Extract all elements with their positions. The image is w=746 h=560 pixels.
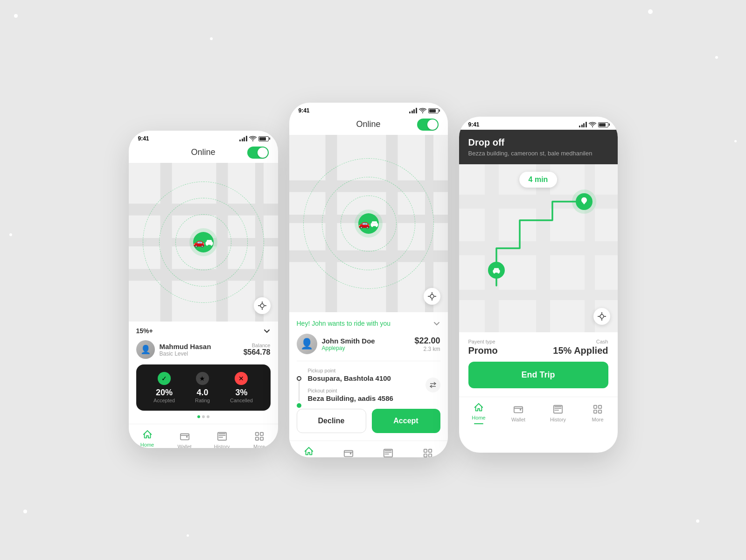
swap-button[interactable] bbox=[425, 378, 440, 392]
pickup-dot bbox=[297, 376, 301, 381]
payment-type-value: Promo bbox=[468, 345, 498, 356]
accept-button[interactable]: Accept bbox=[372, 409, 440, 433]
cancelled-label: Cancelled bbox=[230, 398, 253, 403]
pickup-section: Pickup point Bosupara, Bashtola 4100 bbox=[308, 368, 440, 382]
passenger-name: John Smith Doe bbox=[322, 337, 375, 345]
accepted-label: Accepted bbox=[153, 398, 175, 403]
svg-rect-37 bbox=[429, 449, 432, 452]
passenger-info: 👤 John Smith Doe Applepay bbox=[297, 334, 375, 354]
ride-request-panel: Hey! John wants to ride with you 👤 John … bbox=[289, 312, 448, 441]
nav-home-center[interactable]: Home bbox=[289, 446, 329, 457]
home-icon-right bbox=[473, 402, 484, 413]
phone-right: 9:41 Drop off Bezza building, cameroon s… bbox=[459, 117, 618, 453]
nav-home-left[interactable]: Home bbox=[129, 429, 166, 448]
status-icons-center bbox=[409, 108, 439, 113]
rating-value: 4.0 bbox=[195, 388, 210, 398]
nav-wallet-right[interactable]: Wallet bbox=[499, 404, 538, 422]
destination-pin bbox=[576, 193, 593, 210]
toggle-online-center[interactable] bbox=[417, 119, 439, 131]
driver-details: 👤 Mahmud Hasan Basic Level bbox=[136, 340, 211, 359]
wallet-icon-right bbox=[513, 404, 524, 415]
online-label-left: Online bbox=[191, 147, 215, 157]
battery-icon-left bbox=[258, 136, 269, 141]
svg-rect-57 bbox=[594, 406, 597, 408]
dot-active bbox=[197, 415, 200, 418]
dropoff-section: Pickout point Beza Building, aadis 4586 bbox=[308, 388, 440, 402]
dropoff-dot bbox=[297, 403, 301, 408]
crosshair-btn-center[interactable] bbox=[424, 288, 440, 305]
nav-home-right[interactable]: Home bbox=[459, 402, 499, 424]
dropoff-title: Drop off bbox=[468, 137, 608, 148]
promo-value: 15% Applied bbox=[553, 345, 608, 356]
chevron-down-icon-center bbox=[433, 320, 440, 327]
battery-icon-right bbox=[598, 122, 608, 127]
nav-wallet-left[interactable]: Wallet bbox=[166, 431, 203, 448]
history-label-right: History bbox=[550, 417, 566, 422]
history-icon-right bbox=[552, 404, 564, 415]
phone-header-left: Online bbox=[129, 144, 278, 163]
nav-more-right[interactable]: More bbox=[578, 404, 618, 422]
signal-icon-right bbox=[579, 122, 587, 127]
nav-more-left[interactable]: More bbox=[241, 431, 278, 448]
stats-card: ✓ 20% Accepted ★ 4.0 Rating ✕ 3% Cancell… bbox=[136, 364, 271, 411]
map-area-right: 4 min bbox=[459, 164, 618, 332]
signal-icon-left bbox=[239, 136, 247, 141]
nav-wallet-center[interactable]: Wallet bbox=[329, 448, 369, 457]
svg-point-7 bbox=[206, 244, 208, 246]
dropoff-address: Bezza building, cameroon st, bale medhan… bbox=[468, 150, 608, 157]
crosshair-btn-right[interactable] bbox=[593, 308, 610, 325]
wifi-icon-center bbox=[419, 108, 426, 113]
bottom-nav-right: Home Wallet bbox=[459, 397, 618, 432]
cancelled-value: 3% bbox=[230, 388, 253, 398]
bottom-panel-left: 15%+ 👤 Mahmud Hasan Basic Level Balanc bbox=[129, 322, 278, 424]
svg-rect-58 bbox=[599, 406, 601, 408]
surge-bar[interactable]: 15%+ bbox=[136, 327, 271, 335]
nav-more-center[interactable]: More bbox=[408, 448, 448, 457]
wifi-icon-right bbox=[589, 122, 596, 127]
car-icon-left bbox=[193, 232, 214, 252]
wallet-icon-center bbox=[343, 448, 354, 457]
passenger-row: 👤 John Smith Doe Applepay $22.00 2.3 km bbox=[297, 334, 440, 361]
phones-container: 9:41 Online bbox=[129, 103, 618, 457]
svg-point-28 bbox=[376, 225, 377, 227]
accepted-value: 20% bbox=[153, 388, 175, 398]
car-icon-center bbox=[358, 213, 379, 234]
svg-rect-34 bbox=[344, 451, 353, 457]
decline-button[interactable]: Decline bbox=[297, 409, 366, 433]
online-label-center: Online bbox=[356, 119, 380, 129]
svg-point-49 bbox=[497, 272, 499, 273]
wifi-icon-left bbox=[249, 136, 257, 141]
svg-rect-39 bbox=[429, 454, 432, 457]
passenger-text: John Smith Doe Applepay bbox=[322, 337, 375, 351]
more-icon-right bbox=[592, 404, 603, 415]
balance-amount: $564.78 bbox=[244, 348, 271, 357]
driver-info: 👤 Mahmud Hasan Basic Level Balance $564.… bbox=[136, 340, 271, 359]
svg-rect-18 bbox=[255, 437, 258, 440]
history-icon-left bbox=[216, 431, 228, 442]
passenger-avatar: 👤 bbox=[297, 334, 317, 354]
ride-request-title: Hey! John wants to ride with you bbox=[297, 320, 391, 327]
phone-left: 9:41 Online bbox=[129, 131, 278, 448]
svg-point-8 bbox=[210, 244, 212, 246]
nav-history-center[interactable]: History bbox=[369, 448, 408, 457]
crosshair-btn-left[interactable] bbox=[254, 297, 271, 314]
toggle-online-left[interactable] bbox=[247, 147, 269, 159]
eta-label: 4 min bbox=[529, 175, 548, 183]
wallet-label-left: Wallet bbox=[177, 444, 191, 448]
phone-header-center: Online bbox=[289, 116, 448, 135]
status-bar-center: 9:41 bbox=[289, 103, 448, 116]
end-trip-button[interactable]: End Trip bbox=[468, 362, 608, 388]
action-buttons: Decline Accept bbox=[297, 409, 440, 433]
nav-history-right[interactable]: History bbox=[538, 404, 578, 422]
dropoff-label: Pickout point bbox=[308, 388, 440, 393]
passenger-payment: Applepay bbox=[322, 345, 375, 351]
status-bar-left: 9:41 bbox=[129, 131, 278, 144]
nav-underline-right bbox=[474, 423, 483, 424]
route-line bbox=[299, 381, 300, 401]
more-label-right: More bbox=[592, 417, 603, 422]
home-label-left: Home bbox=[140, 442, 154, 448]
star-icon: ★ bbox=[196, 372, 209, 385]
nav-history-left[interactable]: History bbox=[203, 431, 241, 448]
rating-label: Rating bbox=[195, 398, 210, 403]
wallet-label-right: Wallet bbox=[511, 417, 525, 422]
